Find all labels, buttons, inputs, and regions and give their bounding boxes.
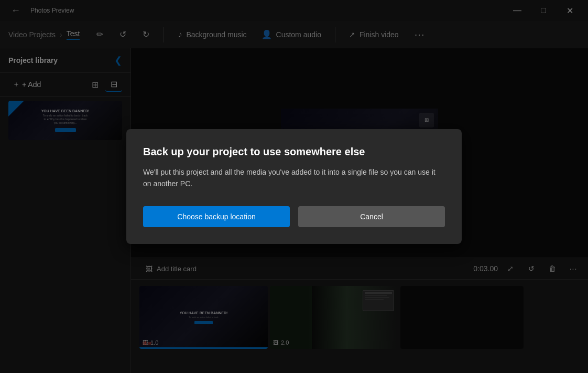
modal-title: Back up your project to use somewhere el…	[143, 146, 445, 158]
modal-buttons: Choose backup location Cancel	[143, 206, 445, 227]
choose-backup-location-button[interactable]: Choose backup location	[143, 206, 290, 227]
backup-modal: Back up your project to use somewhere el…	[126, 129, 462, 244]
modal-description: We'll put this project and all the media…	[143, 166, 445, 190]
cancel-button[interactable]: Cancel	[298, 206, 445, 227]
modal-overlay: Back up your project to use somewhere el…	[0, 0, 588, 373]
